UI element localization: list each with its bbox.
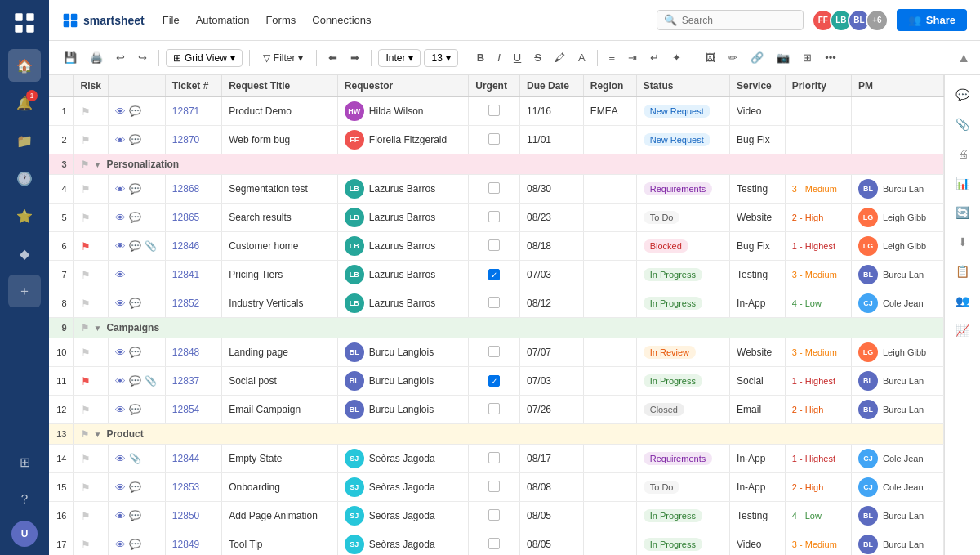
user-avatar[interactable]: U [11, 521, 38, 547]
chat-icon[interactable]: 💬 [129, 212, 141, 223]
row-urgent[interactable] [469, 204, 520, 232]
eye-icon[interactable]: 👁 [115, 404, 126, 416]
attach-icon[interactable]: 📎 [145, 240, 157, 252]
eye-icon[interactable]: 👁 [115, 510, 126, 522]
font-selector[interactable]: Inter ▾ [378, 49, 421, 67]
col-header-urgent[interactable]: Urgent [469, 75, 520, 97]
toolbar-undo[interactable]: ↩ [111, 48, 130, 67]
row-title[interactable]: Social post [222, 367, 338, 396]
grid-view-selector[interactable]: ⊞ Grid View ▾ [166, 49, 243, 67]
eye-icon[interactable]: 👁 [115, 539, 126, 551]
eye-icon[interactable]: 👁 [115, 134, 126, 146]
urgent-checkbox[interactable] [488, 481, 500, 492]
group-row-label[interactable]: ⚑ ▼ Campaigns [74, 318, 944, 338]
search-box[interactable]: 🔍 [657, 10, 804, 30]
row-flag[interactable]: ⚑ [74, 289, 108, 318]
flag-icon[interactable]: ⚑ [81, 481, 91, 494]
toolbar-table[interactable]: ⊞ [798, 48, 817, 67]
attach-icon[interactable]: 📎 [145, 375, 157, 387]
row-urgent[interactable] [469, 175, 520, 204]
row-urgent[interactable] [469, 473, 520, 502]
toolbar-more[interactable]: ••• [820, 48, 841, 67]
urgent-checkbox[interactable] [488, 403, 500, 414]
row-urgent[interactable] [469, 530, 520, 556]
col-header-pm[interactable]: PM [851, 75, 943, 97]
col-header-region[interactable]: Region [583, 75, 636, 97]
row-title[interactable]: Onboarding [222, 473, 338, 502]
row-title[interactable]: Pricing Tiers [222, 261, 338, 289]
urgent-checkbox[interactable]: ✓ [488, 269, 500, 280]
row-urgent[interactable] [469, 502, 520, 530]
row-flag[interactable]: ⚑ [74, 175, 108, 204]
group-triangle[interactable]: ▼ [94, 324, 102, 333]
toolbar-wrap[interactable]: ↵ [645, 48, 664, 67]
row-title[interactable]: Product Demo [222, 97, 338, 126]
urgent-checkbox[interactable] [488, 297, 500, 308]
toolbar-indent[interactable]: ⇥ [623, 48, 642, 67]
chat-icon[interactable]: 💬 [129, 134, 141, 145]
row-title[interactable]: Customer home [222, 232, 338, 261]
row-flag[interactable]: ⚑ [74, 502, 108, 530]
row-flag[interactable]: ⚑ [74, 473, 108, 502]
rp-history-icon[interactable]: 📋 [950, 258, 976, 284]
sheet-content[interactable]: Risk Ticket # Request Title Requestor Ur… [49, 75, 944, 555]
toolbar-image2[interactable]: 📷 [772, 48, 795, 67]
row-urgent[interactable]: ✓ [469, 261, 520, 289]
row-urgent[interactable] [469, 97, 520, 126]
toolbar-format[interactable]: ✦ [667, 48, 686, 67]
flag-icon[interactable]: ⚑ [81, 183, 91, 195]
row-title[interactable]: Web form bug [222, 126, 338, 154]
sidebar-item-notifications[interactable]: 🔔 1 [8, 87, 41, 119]
urgent-checkbox[interactable] [488, 211, 500, 222]
row-flag[interactable]: ⚑ [74, 261, 108, 289]
flag-icon[interactable]: ⚑ [81, 134, 91, 146]
row-flag[interactable]: ⚑ [74, 126, 108, 154]
row-flag[interactable]: ⚑ [74, 530, 108, 556]
toolbar-align-right[interactable]: ➡ [345, 48, 364, 67]
rp-refresh-icon[interactable]: 🔄 [950, 199, 976, 226]
row-urgent[interactable] [469, 445, 520, 473]
menu-automation[interactable]: Automation [194, 11, 252, 29]
chat-icon[interactable]: 💬 [129, 510, 141, 521]
row-title[interactable]: Add Page Animation [222, 502, 338, 530]
row-title[interactable]: Email Campaign [222, 396, 338, 424]
row-urgent[interactable] [469, 126, 520, 154]
group-row-label[interactable]: ⚑ ▼ Product [74, 424, 944, 445]
chat-icon[interactable]: 💬 [129, 539, 141, 550]
menu-forms[interactable]: Forms [264, 11, 297, 29]
sidebar-item-recent[interactable]: 🕐 [8, 162, 41, 195]
eye-icon[interactable]: 👁 [115, 481, 126, 494]
attach-icon[interactable]: 📎 [129, 453, 141, 464]
sidebar-item-home[interactable]: 🏠 [8, 49, 41, 82]
chat-icon[interactable]: 💬 [129, 347, 141, 358]
chat-icon[interactable]: 💬 [129, 240, 141, 252]
sidebar-item-new[interactable]: ＋ [8, 275, 41, 307]
row-title[interactable]: Landing page [222, 338, 338, 367]
row-urgent[interactable] [469, 396, 520, 424]
group-row-label[interactable]: ⚑ ▼ Personalization [74, 154, 944, 175]
row-title[interactable]: Search results [222, 204, 338, 232]
toolbar-collapse-btn[interactable]: ▲ [957, 51, 970, 65]
rp-analytics-icon[interactable]: 📈 [950, 317, 976, 343]
urgent-checkbox[interactable] [488, 133, 500, 145]
toolbar-print[interactable]: 🖨️ [85, 48, 108, 67]
toolbar-bold[interactable]: B [472, 48, 489, 67]
sidebar-item-favorites[interactable]: ⭐ [8, 199, 41, 232]
flag-icon[interactable]: ⚑ [81, 347, 91, 359]
chat-icon[interactable]: 💬 [129, 183, 141, 195]
chat-icon[interactable]: 💬 [129, 105, 141, 117]
col-header-requestor[interactable]: Requestor [337, 75, 468, 97]
sidebar-item-help[interactable]: ？ [8, 483, 41, 516]
rp-people-icon[interactable]: 👥 [950, 288, 976, 314]
urgent-checkbox[interactable] [488, 452, 500, 463]
toolbar-align-left[interactable]: ⬅ [323, 48, 342, 67]
row-title[interactable]: Segmentation test [222, 175, 338, 204]
toolbar-redo[interactable]: ↪ [133, 48, 152, 67]
toolbar-image[interactable]: 🖼 [700, 48, 720, 67]
size-selector[interactable]: 13 ▾ [424, 49, 457, 67]
search-input[interactable] [682, 15, 796, 26]
eye-icon[interactable]: 👁 [115, 453, 126, 465]
row-urgent[interactable]: ✓ [469, 367, 520, 396]
rp-comment-icon[interactable]: 💬 [950, 82, 976, 108]
toolbar-erase[interactable]: ✏ [724, 48, 742, 67]
